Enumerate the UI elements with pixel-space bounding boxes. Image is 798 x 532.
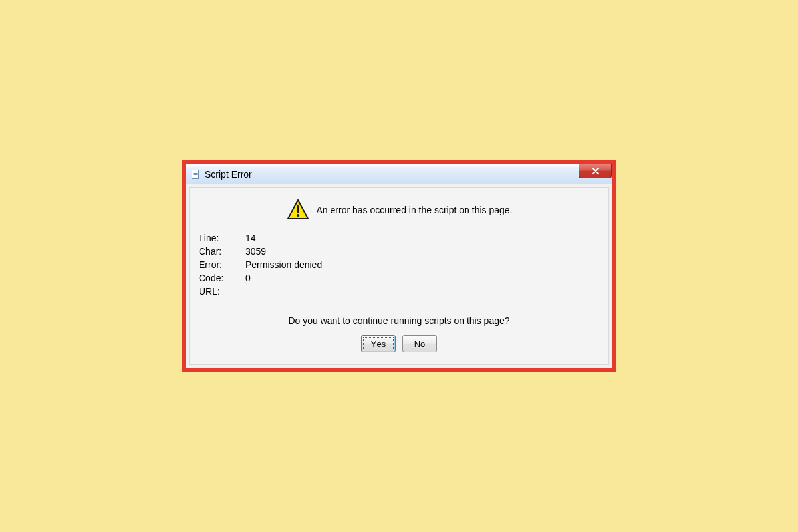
titlebar[interactable]: Script Error <box>186 164 612 184</box>
no-button[interactable]: No <box>402 335 437 352</box>
dialog-title: Script Error <box>205 169 252 180</box>
detail-error: Error: Permission denied <box>199 259 600 270</box>
line-label: Line: <box>199 233 245 243</box>
close-button[interactable] <box>579 164 612 178</box>
highlight-frame: Script Error An error has o <box>182 160 616 372</box>
close-icon <box>591 167 600 175</box>
detail-char: Char: 3059 <box>199 246 600 257</box>
dialog-content: An error has occurred in the script on t… <box>189 187 609 365</box>
button-row: Yes No <box>198 335 600 352</box>
code-value: 0 <box>245 273 251 283</box>
warning-icon <box>286 198 310 222</box>
yes-button[interactable]: Yes <box>361 335 396 352</box>
error-label: Error: <box>199 259 245 270</box>
detail-url: URL: <box>199 286 600 297</box>
url-label: URL: <box>199 286 245 297</box>
char-value: 3059 <box>245 246 266 257</box>
code-label: Code: <box>199 273 245 283</box>
detail-code: Code: 0 <box>199 273 600 283</box>
detail-line: Line: 14 <box>199 233 600 243</box>
error-message: An error has occurred in the script on t… <box>317 205 513 215</box>
error-details: Line: 14 Char: 3059 Error: Permission de… <box>199 233 600 297</box>
svg-rect-6 <box>297 205 299 213</box>
char-label: Char: <box>199 246 245 257</box>
script-error-dialog: Script Error An error has o <box>186 164 612 368</box>
continue-prompt: Do you want to continue running scripts … <box>198 315 600 326</box>
error-value: Permission denied <box>245 259 322 270</box>
message-row: An error has occurred in the script on t… <box>198 198 600 222</box>
svg-point-7 <box>296 214 299 217</box>
document-icon <box>190 169 201 180</box>
line-value: 14 <box>245 233 256 243</box>
